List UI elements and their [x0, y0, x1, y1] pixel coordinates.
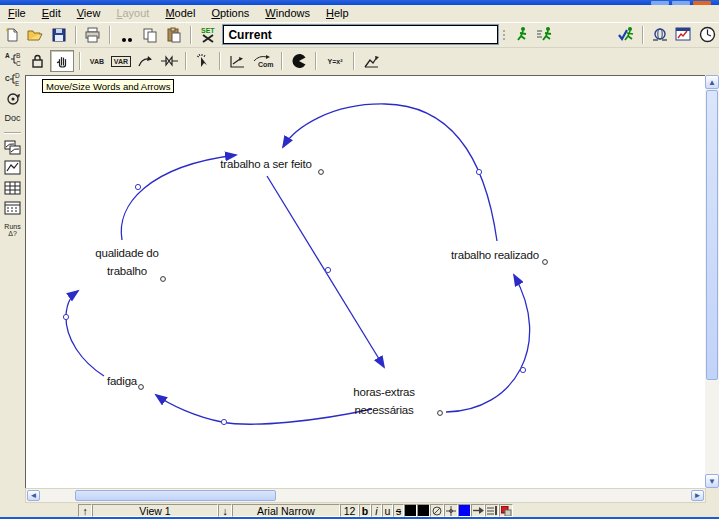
vertical-scrollbar[interactable]: ▲ ▼	[705, 75, 719, 488]
arc-handle[interactable]	[476, 169, 481, 174]
new-icon	[4, 27, 20, 43]
view-selector[interactable]: View 1	[92, 504, 218, 517]
word-handle[interactable]	[319, 170, 324, 175]
font-size-selector[interactable]: 12	[340, 504, 359, 517]
open-button[interactable]	[25, 25, 47, 45]
model-interchange-button[interactable]	[649, 25, 671, 45]
link-realizado-to-trabalho-a-ser-feito[interactable]	[283, 104, 497, 241]
cut-button[interactable]	[116, 25, 138, 45]
variable-trabalho-realizado[interactable]: trabalho realizado	[451, 246, 539, 264]
variable-fadiga[interactable]: fadiga	[107, 372, 137, 390]
variable-horas-extras-necessarias[interactable]: horas-extras necessárias	[353, 383, 415, 419]
scroll-left-button[interactable]: ◄	[27, 490, 40, 501]
arc-handle[interactable]	[325, 267, 330, 272]
paste-icon	[166, 27, 182, 43]
dataset-name-input[interactable]: Current	[223, 25, 497, 44]
variable-trabalho-a-ser-feito[interactable]: trabalho a ser feito	[220, 155, 311, 173]
arc-handle[interactable]	[221, 419, 226, 424]
scroll-up-button[interactable]: ▲	[705, 75, 719, 89]
variable-tool-button[interactable]: VAB	[86, 51, 108, 71]
toolbar-separator	[353, 52, 355, 70]
causes-tree-button[interactable]: ABC	[2, 50, 23, 67]
control-panel-button[interactable]	[696, 25, 718, 45]
horizontal-scrollbar[interactable]: ◄ ►	[25, 488, 706, 503]
graph-button[interactable]	[2, 159, 23, 176]
run-fast-button[interactable]	[534, 25, 556, 45]
reference-modes-tool-button[interactable]	[360, 51, 382, 71]
table-button[interactable]	[2, 179, 23, 196]
runs-compare-button[interactable]: Runs Δ?	[2, 219, 23, 241]
document-button[interactable]: Doc	[2, 110, 23, 127]
paste-button[interactable]	[163, 25, 185, 45]
new-button[interactable]	[1, 25, 23, 45]
word-handle[interactable]	[161, 277, 166, 282]
bold-button[interactable]: b	[359, 504, 371, 517]
equations-tool-button[interactable]: Y=x²	[322, 51, 348, 71]
simulate-check-button[interactable]	[615, 25, 637, 45]
arc-handle[interactable]	[135, 184, 140, 189]
rate-tool-button[interactable]	[158, 51, 180, 71]
delete-tool-button[interactable]	[192, 51, 214, 71]
menu-help[interactable]: Help	[318, 6, 357, 21]
strikethrough-button[interactable]: s	[393, 504, 404, 517]
link-fadiga-to-qualidade[interactable]	[66, 291, 104, 376]
output-windows-button[interactable]	[673, 25, 695, 45]
diagram-arrows-layer	[26, 76, 705, 487]
scroll-down-button[interactable]: ▼	[705, 474, 719, 488]
comment-tool-button[interactable]: Com	[250, 51, 276, 71]
sketch-canvas[interactable]: trabalho a ser feito qualidade do trabal…	[25, 75, 706, 488]
merge-tool-button[interactable]	[288, 51, 310, 71]
lock-tool-button[interactable]	[26, 51, 48, 71]
causes-strip-button[interactable]	[2, 139, 23, 156]
arrow-tool-button[interactable]	[134, 51, 156, 71]
menu-model[interactable]: Model	[157, 6, 203, 21]
position-button[interactable]	[444, 504, 458, 517]
shape-color-swatch[interactable]	[417, 504, 430, 517]
horizontal-scroll-thumb[interactable]	[75, 490, 276, 501]
loops-button[interactable]	[2, 90, 23, 107]
arc-handle[interactable]	[520, 367, 525, 372]
polarity-button[interactable]	[499, 504, 513, 517]
table-time-button[interactable]	[2, 199, 23, 216]
vertical-scroll-thumb[interactable]	[706, 90, 718, 380]
link-horas-extras-to-fadiga[interactable]	[156, 395, 372, 424]
uses-tree-icon: CDE	[4, 72, 22, 86]
word-handle[interactable]	[438, 411, 443, 416]
arc-handle[interactable]	[63, 314, 68, 319]
shape-none-button[interactable]	[430, 504, 444, 517]
view-up-button[interactable]: ↑	[78, 504, 92, 517]
menu-file[interactable]: File	[0, 6, 34, 21]
word-handle[interactable]	[543, 260, 548, 265]
link-horas-extras-to-realizado[interactable]	[446, 275, 530, 412]
menu-windows[interactable]: Windows	[257, 6, 318, 21]
menu-options[interactable]: Options	[203, 6, 257, 21]
toolbar-separator	[109, 26, 111, 44]
text-color-swatch[interactable]	[404, 504, 417, 517]
variable-qualidade-do-trabalho[interactable]: qualidade do trabalho	[95, 244, 158, 280]
word-handle[interactable]	[139, 385, 144, 390]
arrow-width-button[interactable]	[485, 504, 499, 517]
move-size-tool-button[interactable]	[50, 50, 74, 72]
arrow-style-button[interactable]	[471, 504, 485, 517]
arrow-color-swatch[interactable]	[458, 504, 471, 517]
copy-button[interactable]	[139, 25, 161, 45]
print-button[interactable]	[82, 25, 104, 45]
arrow-right-icon	[473, 506, 484, 515]
link-qualidade-to-trabalho-a-ser-feito[interactable]	[121, 155, 236, 240]
run-icon	[514, 26, 530, 43]
menu-edit[interactable]: Edit	[34, 6, 69, 21]
uses-tree-button[interactable]: CDE	[2, 70, 23, 87]
input-output-tool-button[interactable]	[226, 51, 248, 71]
italic-button[interactable]: i	[371, 504, 382, 517]
menu-view[interactable]: View	[69, 6, 109, 21]
toolbar-separator	[190, 26, 192, 44]
lock-icon	[30, 53, 45, 69]
underline-button[interactable]: u	[382, 504, 393, 517]
save-button[interactable]	[48, 25, 70, 45]
view-down-button[interactable]: ↓	[218, 504, 232, 517]
set-dataset-button[interactable]: SET	[197, 25, 219, 45]
box-variable-tool-button[interactable]: VAR	[110, 51, 132, 71]
font-selector[interactable]: Arial Narrow	[232, 504, 340, 517]
scroll-right-button[interactable]: ►	[691, 490, 704, 501]
run-button[interactable]	[511, 25, 533, 45]
